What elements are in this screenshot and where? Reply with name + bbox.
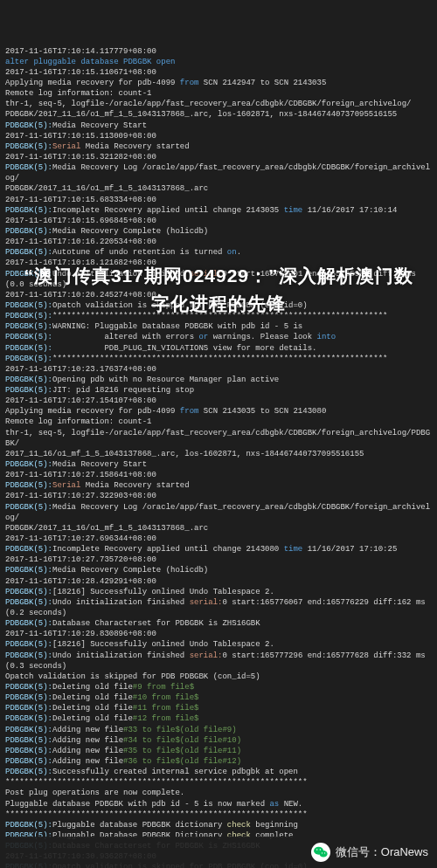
log-line: PDBGBK(5):Media Recovery Complete (holic… [5, 226, 432, 237]
log-line: 2017-11-16T17:10:27.735720+08:00 [5, 555, 432, 565]
log-line: 2017-11-16T17:10:27.696344+08:00 [5, 534, 432, 544]
log-line: Remote log information: count-1 [5, 417, 432, 427]
log-line: 2017-11-16T17:10:29.830896+08:00 [5, 629, 432, 639]
log-line: PDBGBK(5):Media Recovery Start [5, 459, 432, 470]
log-line: PDBGBK(5):Incomplete Recovery applied un… [5, 205, 432, 216]
log-line: PDBGBK(5):[18216] Successfully onlined U… [5, 587, 432, 597]
svg-point-5 [322, 852, 323, 853]
log-line: PDBGBK(5):******************************… [5, 354, 432, 364]
log-line: PDBGBK(5):Media Recovery Log /oracle/app… [5, 502, 432, 523]
log-line: PDBGBK(5):Adding new file#36 to file$(ol… [5, 756, 432, 767]
log-line: PDBGBK(5):Undo initialization finished s… [5, 651, 432, 672]
log-line: PDBGBK(5):[18216] Successfully onlined U… [5, 639, 432, 650]
log-line: PDBGBK(5):Deleting old file#9 from file$ [5, 682, 432, 692]
log-line: 2017-11-16T17:10:15.696845+08:00 [5, 216, 432, 226]
log-line: 2017-11-16T17:10:27.322903+08:00 [5, 491, 432, 501]
log-line: PDBGBK(5):Opening pdb with no Resource M… [5, 375, 432, 385]
svg-point-2 [319, 851, 327, 858]
log-line: PDBGBK(5):Deleting old file#12 from file… [5, 713, 432, 724]
log-line: 2017-11-16T17:10:27.154107+08:00 [5, 396, 432, 406]
log-line: PDBGBK(5):Undo initialization finished s… [5, 597, 432, 618]
log-line: thr-1, seq-5, logfile-/oracle/app/fast_r… [5, 428, 432, 449]
log-line: PDBGBK(5):Database Characterset for PDBG… [5, 618, 432, 629]
article-overlay-title: “澳门传真317期网024929：”深入解析澳门数字化进程的先锋 [0, 253, 437, 326]
log-line: 2017-11-16T17:10:16.220534+08:00 [5, 237, 432, 247]
log-line: PDBGBK(5):Adding new file#34 to file$(ol… [5, 735, 432, 746]
svg-point-4 [319, 849, 320, 850]
log-line: 2017-11-16T17:10:15.110671+08:00 [5, 67, 432, 78]
log-line: 2017_11_16/o1_mf_1_5_1043137868_.arc, lo… [5, 449, 432, 459]
log-line: PDBGBK(5):Media Recovery Complete (holic… [5, 565, 432, 575]
log-line: Remote log information: count-1 [5, 88, 432, 99]
wechat-label: 微信号：OraNews [336, 844, 428, 860]
log-line: PDBGBK(5): PDB_PLUG_IN_VIOLATIONS view f… [5, 343, 432, 354]
log-line: 2017-11-16T17:10:15.113009+08:00 [5, 131, 432, 141]
log-line: PDBGBK/2017_11_16/o1_mf_1_5_1043137868_.… [5, 183, 432, 194]
log-line: Post plug operations are now complete. [5, 788, 432, 798]
wechat-icon [311, 843, 330, 862]
log-line: ****************************************… [5, 777, 432, 788]
log-line: PDBGBK(5):Media Recovery Log /oracle/app… [5, 162, 432, 183]
log-line: Opatch validation is skipped for PDB PDB… [5, 672, 432, 682]
log-line: PDBGBK(5):JIT: pid 18216 requesting stop [5, 385, 432, 396]
log-line: 2017-11-16T17:10:14.117779+08:00 [5, 46, 432, 57]
wechat-footer-bar: 微信号：OraNews [0, 837, 437, 868]
log-line: PDBGBK(5):Pluggable database PDBGBK dict… [5, 820, 432, 830]
log-line: Pluggable database PDBGBK with pdb id - … [5, 799, 432, 809]
log-line: PDBGBK/2017_11_16/o1_mf_1_5_1043137868_.… [5, 109, 432, 120]
log-line: PDBGBK(5):Adding new file#33 to file$(ol… [5, 725, 432, 735]
log-line: 2017-11-16T17:10:27.158641+08:00 [5, 470, 432, 480]
log-line: PDBGBK(5):Media Recovery Start [5, 121, 432, 131]
svg-point-3 [316, 849, 317, 850]
log-line: PDBGBK(5):Successfully created internal … [5, 767, 432, 777]
terminal-output: 2017-11-16T17:10:14.117779+08:00alter pl… [0, 43, 437, 868]
log-line: PDBGBK(5):Serial Media Recovery started [5, 141, 432, 152]
log-line: 2017-11-16T17:10:15.321282+08:00 [5, 152, 432, 162]
log-line: PDBGBK(5): altered with errors or warnin… [5, 332, 432, 342]
log-line: PDBGBK(5):Adding new file#35 to file$(ol… [5, 746, 432, 756]
log-line: 2017-11-16T17:10:28.429291+08:00 [5, 576, 432, 587]
log-line: PDBGBK(5):Deleting old file#11 from file… [5, 703, 432, 713]
log-line: thr-1, seq-5, logfile-/oracle/app/fast_r… [5, 99, 432, 109]
log-line: 2017-11-16T17:10:23.176374+08:00 [5, 364, 432, 375]
log-line: Applying media recovery for pdb-4099 fro… [5, 78, 432, 88]
log-line: PDBGBK(5):Deleting old file#10 from file… [5, 692, 432, 703]
log-line: alter pluggable database PDBGBK open [5, 57, 432, 67]
log-line: PDBGBK/2017_11_16/o1_mf_1_5_1043137868_.… [5, 523, 432, 534]
log-line: PDBGBK(5):Incomplete Recovery applied un… [5, 544, 432, 555]
svg-point-6 [324, 852, 325, 853]
log-line: ****************************************… [5, 809, 432, 820]
log-line: 2017-11-16T17:10:15.683334+08:00 [5, 195, 432, 205]
log-line: PDBGBK(5):Serial Media Recovery started [5, 480, 432, 491]
log-line: Applying media recovery for pdb-4099 fro… [5, 406, 432, 417]
